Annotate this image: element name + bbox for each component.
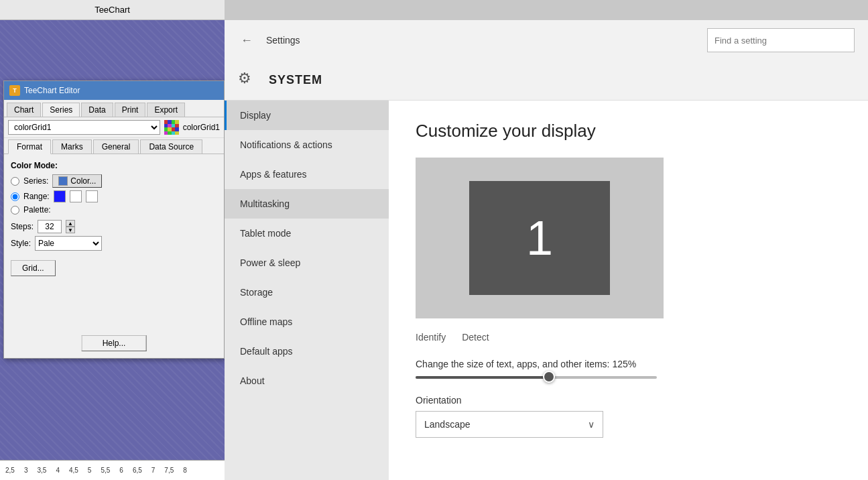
- orientation-value: Landscape: [424, 419, 471, 430]
- axis-ticks: 2,5 3 3,5 4 4,5 5 5,5 6 6,5 7 7,5 8: [5, 467, 187, 474]
- gear-icon: ⚙: [238, 70, 259, 91]
- teechart-titlebar: TeeChart: [0, 0, 225, 20]
- radio-palette-row: Palette:: [11, 205, 217, 215]
- radio-series-label: Series:: [23, 176, 48, 186]
- nav-item-storage[interactable]: Storage: [225, 278, 389, 307]
- color-mode-label: Color Mode:: [11, 161, 217, 170]
- nav-item-display[interactable]: Display: [225, 101, 389, 130]
- nav-item-about[interactable]: About: [225, 366, 389, 396]
- teechart-title: TeeChart: [95, 5, 130, 15]
- steps-input[interactable]: 32: [38, 220, 62, 233]
- radio-palette[interactable]: [11, 206, 19, 215]
- radio-series[interactable]: [11, 177, 19, 186]
- orientation-label: Orientation: [416, 395, 841, 406]
- tab-chart[interactable]: Chart: [7, 103, 41, 117]
- teechart-editor-titlebar: T TeeChart Editor: [4, 81, 224, 100]
- radio-range[interactable]: [11, 192, 19, 201]
- detect-button[interactable]: Detect: [462, 332, 489, 343]
- settings-main: Customize your display 1 Identify Detect…: [389, 101, 868, 480]
- nav-item-multitasking[interactable]: Multitasking: [225, 189, 389, 219]
- tab-series[interactable]: Series: [42, 103, 80, 117]
- tab-print[interactable]: Print: [115, 103, 146, 117]
- style-dropdown[interactable]: Pale: [35, 236, 102, 251]
- teechart-editor-icon: T: [9, 85, 20, 96]
- nav-item-power[interactable]: Power & sleep: [225, 248, 389, 278]
- monitor-box: 1: [469, 181, 610, 295]
- settings-header: ← Settings: [225, 20, 868, 60]
- settings-body: Display Notifications & actions Apps & f…: [225, 101, 868, 480]
- color-swatch: [58, 176, 68, 186]
- sub-tab-marks[interactable]: Marks: [52, 139, 92, 154]
- style-label: Style:: [11, 239, 31, 248]
- nav-item-apps[interactable]: Apps & features: [225, 160, 389, 189]
- display-links: Identify Detect: [416, 332, 841, 343]
- sub-tab-general[interactable]: General: [93, 139, 139, 154]
- steps-down[interactable]: ▼: [66, 227, 75, 233]
- chevron-down-icon: ∨: [588, 419, 595, 430]
- slider-thumb[interactable]: [543, 371, 555, 383]
- nav-item-default-apps[interactable]: Default apps: [225, 337, 389, 366]
- radio-palette-label: Palette:: [23, 205, 51, 215]
- system-label: SYSTEM: [269, 73, 322, 87]
- orientation-dropdown[interactable]: Landscape ∨: [416, 411, 603, 438]
- series-name-label: colorGrid1: [183, 123, 220, 132]
- find-setting-input[interactable]: [707, 28, 855, 52]
- slider-fill: [416, 376, 548, 379]
- help-button[interactable]: Help...: [82, 335, 147, 351]
- color-mode-section: Color Mode: Series: Color... Range:: [11, 161, 217, 215]
- teechart-editor-dialog: T TeeChart Editor Chart Series Data Prin…: [3, 80, 225, 359]
- teechart-editor-title: TeeChart Editor: [24, 86, 80, 95]
- color-grid-icon: [164, 120, 179, 135]
- grid-button[interactable]: Grid...: [11, 260, 56, 276]
- radio-series-row: Series: Color...: [11, 174, 217, 188]
- identify-button[interactable]: Identify: [416, 332, 446, 343]
- slider-container[interactable]: [416, 376, 657, 379]
- range-color-mid[interactable]: [86, 190, 98, 202]
- slider-track: [416, 376, 657, 379]
- color-button[interactable]: Color...: [52, 174, 102, 188]
- radio-range-label: Range:: [23, 192, 50, 201]
- tab-data[interactable]: Data: [81, 103, 113, 117]
- settings-header-title: Settings: [266, 35, 300, 46]
- monitor-number: 1: [526, 211, 553, 265]
- range-color-end[interactable]: [70, 190, 82, 202]
- style-row: Style: Pale: [11, 236, 217, 251]
- steps-label: Steps:: [11, 222, 34, 231]
- back-button[interactable]: ←: [238, 31, 255, 50]
- display-preview: 1: [416, 158, 664, 318]
- settings-window: ← Settings ⚙ SYSTEM Display Notification…: [225, 20, 868, 480]
- sub-tab-datasource[interactable]: Data Source: [140, 139, 202, 154]
- series-sub-tabs: Format Marks General Data Source: [4, 138, 224, 154]
- nav-item-tablet[interactable]: Tablet mode: [225, 219, 389, 248]
- editor-content: Color Mode: Series: Color... Range:: [4, 154, 224, 283]
- steps-up[interactable]: ▲: [66, 220, 75, 227]
- teechart-editor-main-tabs: Chart Series Data Print Export: [4, 100, 224, 117]
- system-header: ⚙ SYSTEM: [225, 60, 868, 101]
- steps-spinner: ▲ ▼: [66, 220, 75, 233]
- radio-range-row: Range:: [11, 190, 217, 202]
- scale-label: Change the size of text, apps, and other…: [416, 359, 841, 369]
- chart-axis: 2,5 3 3,5 4 4,5 5 5,5 6 6,5 7 7,5 8: [0, 460, 225, 480]
- series-row: colorGrid1 colorGrid1: [4, 117, 224, 138]
- tab-export[interactable]: Export: [147, 103, 185, 117]
- teechart-bg-window: TeeChart T TeeChart Editor Chart Series …: [0, 0, 225, 480]
- settings-nav: Display Notifications & actions Apps & f…: [225, 101, 389, 480]
- series-dropdown[interactable]: colorGrid1: [8, 120, 160, 135]
- steps-row: Steps: 32 ▲ ▼: [11, 220, 217, 233]
- sub-tab-format[interactable]: Format: [8, 139, 51, 154]
- page-title: Customize your display: [416, 121, 841, 141]
- range-color-start[interactable]: [54, 190, 66, 202]
- nav-item-notifications[interactable]: Notifications & actions: [225, 130, 389, 160]
- nav-item-offline-maps[interactable]: Offline maps: [225, 307, 389, 337]
